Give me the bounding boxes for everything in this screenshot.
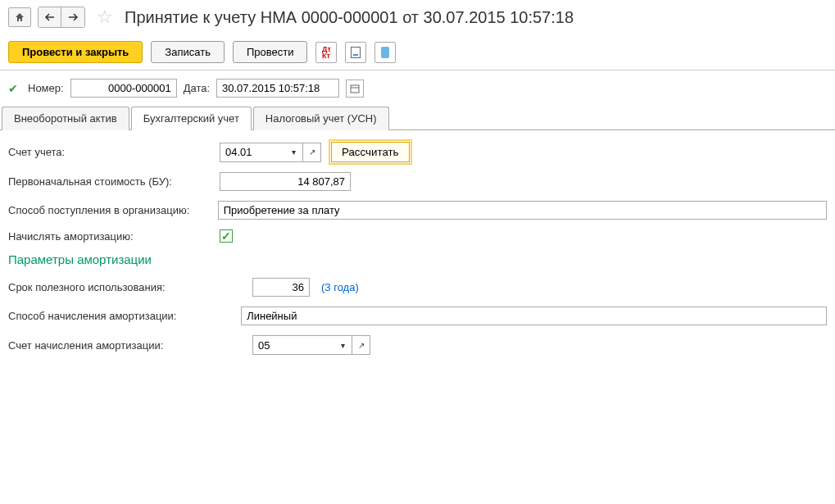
date-label: Дата: bbox=[184, 82, 210, 94]
amort-account-dropdown-icon[interactable]: ▾ bbox=[334, 335, 352, 355]
tab-fixed-asset[interactable]: Внеоборотный актив bbox=[2, 107, 129, 130]
svg-rect-0 bbox=[351, 85, 359, 93]
amort-account-input[interactable] bbox=[252, 335, 334, 355]
amort-method-label: Способ начисления амортизации: bbox=[8, 310, 234, 322]
page-title: Принятие к учету НМА 0000-000001 от 30.0… bbox=[125, 8, 574, 27]
amort-method-input[interactable] bbox=[241, 306, 827, 325]
calculate-button[interactable]: Рассчитать bbox=[331, 142, 410, 162]
save-button[interactable]: Записать bbox=[151, 41, 225, 63]
receipt-method-input[interactable] bbox=[218, 201, 827, 220]
post-and-close-button[interactable]: Провести и закрыть bbox=[8, 41, 143, 63]
structure-icon[interactable] bbox=[374, 42, 396, 63]
charge-amort-checkbox[interactable]: ✓ bbox=[220, 229, 233, 243]
number-input[interactable] bbox=[70, 79, 177, 98]
initial-cost-label: Первоначальная стоимость (БУ): bbox=[8, 175, 213, 188]
useful-life-input[interactable] bbox=[252, 278, 310, 297]
useful-life-hint: (3 года) bbox=[321, 281, 359, 293]
home-button[interactable] bbox=[8, 7, 31, 27]
dt-kt-icon[interactable]: ДтКт bbox=[315, 42, 337, 63]
forward-button[interactable] bbox=[61, 7, 84, 27]
amort-account-open-icon[interactable]: ↗ bbox=[352, 335, 370, 355]
initial-cost-input[interactable] bbox=[220, 172, 351, 191]
receipt-method-label: Способ поступления в организацию: bbox=[8, 204, 211, 216]
favorite-star-icon[interactable]: ☆ bbox=[97, 7, 113, 28]
account-open-icon[interactable]: ↗ bbox=[303, 143, 321, 162]
calendar-icon[interactable] bbox=[346, 79, 364, 98]
number-label: Номер: bbox=[28, 82, 64, 94]
account-input[interactable] bbox=[220, 143, 285, 162]
useful-life-label: Срок полезного использования: bbox=[8, 281, 246, 293]
amort-params-title: Параметры амортизации bbox=[8, 252, 827, 266]
charge-amort-label: Начислять амортизацию: bbox=[8, 230, 213, 243]
back-button[interactable] bbox=[39, 7, 61, 27]
posted-check-icon: ✔ bbox=[8, 82, 18, 95]
account-dropdown-icon[interactable]: ▾ bbox=[285, 143, 303, 162]
tab-accounting[interactable]: Бухгалтерский учет bbox=[131, 107, 252, 130]
report-icon[interactable] bbox=[345, 42, 366, 63]
tab-tax-usn[interactable]: Налоговый учет (УСН) bbox=[253, 107, 389, 130]
post-button[interactable]: Провести bbox=[233, 41, 308, 63]
date-input[interactable] bbox=[216, 79, 339, 98]
account-label: Счет учета: bbox=[8, 146, 213, 158]
amort-account-label: Счет начисления амортизации: bbox=[8, 339, 246, 352]
